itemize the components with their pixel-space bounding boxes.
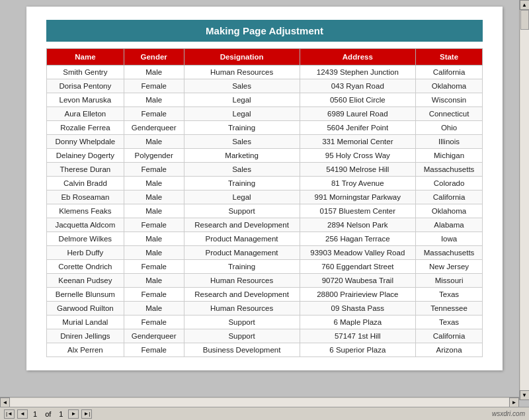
table-row: Keenan PudseyMaleHuman Resources90720 Wa… [47,274,483,288]
table-cell: 57147 1st Hill [300,329,415,343]
table-cell: Delainey Dogerty [47,149,124,163]
table-row: Dorisa PentonyFemaleSales043 Ryan RoadOk… [47,79,483,93]
table-row: Corette OndrichFemaleTraining760 Eggenda… [47,260,483,274]
table-cell: 0157 Bluestem Center [300,204,415,218]
table-cell: Male [124,93,184,107]
table-cell: 28800 Prairieview Place [300,288,415,302]
table-cell: Female [124,288,184,302]
vertical-scrollbar[interactable]: ▲ ▼ [519,0,529,400]
table-cell: 12439 Stephen Junction [300,65,415,79]
table-row: Alx PerrenFemaleBusiness Development6 Su… [47,343,483,357]
scroll-thumb-v[interactable] [520,10,529,30]
table-cell: Texas [416,315,483,329]
table-row: Aura ElletonFemaleLegal6989 Laurel RoadC… [47,107,483,121]
table-cell: Male [124,302,184,315]
page-of-label: of [45,410,51,418]
table-cell: Male [124,232,184,246]
table-cell: Business Development [184,343,300,357]
table-row: Jacquetta AldcomFemaleResearch and Devel… [47,218,483,232]
table-cell: 256 Hagan Terrace [300,232,415,246]
table-row: Herb DuffyMaleProduct Management93903 Me… [47,246,483,260]
table-cell: Klemens Feaks [47,204,124,218]
table-cell: Jacquetta Aldcom [47,218,124,232]
status-bar: |◄ ◄ 1 of 1 ► ►| wsxdri.com [0,407,529,420]
table-cell: Oklahoma [416,204,483,218]
table-cell: 09 Shasta Pass [300,302,415,315]
table-cell: Missouri [416,274,483,288]
table-cell: Male [124,190,184,204]
table-cell: 0560 Eliot Circle [300,93,415,107]
table-cell: Human Resources [184,274,300,288]
table-cell: Tennessee [416,302,483,315]
scroll-track-v [520,10,529,390]
table-cell: Female [124,79,184,93]
horizontal-scrollbar[interactable]: ◄ ► [0,397,519,407]
table-cell: Corette Ondrich [47,260,124,274]
table-cell: Male [124,135,184,149]
table-cell: Dorisa Pentony [47,79,124,93]
table-cell: Smith Gentry [47,65,124,79]
table-cell: 6 Superior Plaza [300,343,415,357]
table-cell: 6989 Laurel Road [300,107,415,121]
table-cell: Research and Development [184,218,300,232]
table-cell: New Jersey [416,260,483,274]
table-row: Donny WhelpdaleMaleSales331 Memorial Cen… [47,135,483,149]
scroll-right-button[interactable]: ► [509,398,519,407]
table-cell: Training [184,177,300,190]
table-row: Delmore WilkesMaleProduct Management256 … [47,232,483,246]
page-area: Making Page Adjustment Name Gender Desig… [0,0,529,397]
prev-page-button[interactable]: ◄ [17,409,28,419]
table-cell: Massachusetts [416,163,483,177]
table-cell: Ohio [416,121,483,135]
table-cell: Genderqueer [124,329,184,343]
table-cell: Female [124,163,184,177]
table-cell: 991 Morningstar Parkway [300,190,415,204]
table-cell: California [416,329,483,343]
table-cell: Keenan Pudsey [47,274,124,288]
table-cell: Levon Maruska [47,93,124,107]
table-cell: 043 Ryan Road [300,79,415,93]
next-page-button[interactable]: ► [68,409,79,419]
col-header-gender: Gender [124,49,184,65]
table-cell: Eb Roseaman [47,190,124,204]
table-cell: Training [184,121,300,135]
col-header-address: Address [300,49,415,65]
table-cell: Arizona [416,343,483,357]
table-cell: Female [124,107,184,121]
table-cell: Therese Duran [47,163,124,177]
table-row: Murial LandalFemaleSupport6 Maple PlazaT… [47,315,483,329]
page-title: Making Page Adjustment [46,20,483,42]
table-cell: Herb Duffy [47,246,124,260]
table-cell: Male [124,204,184,218]
table-cell: Sales [184,135,300,149]
table-cell: Alx Perren [47,343,124,357]
col-header-designation: Designation [184,49,300,65]
last-page-button[interactable]: ►| [81,409,92,419]
table-cell: 54190 Melrose Hill [300,163,415,177]
table-cell: 93903 Meadow Valley Road [300,246,415,260]
first-page-button[interactable]: |◄ [4,409,15,419]
table-cell: Massachusetts [416,246,483,260]
col-header-state: State [416,49,483,65]
table-row: Eb RoseamanMaleLegal991 Morningstar Park… [47,190,483,204]
table-cell: 6 Maple Plaza [300,315,415,329]
table-cell: Support [184,329,300,343]
scroll-down-button[interactable]: ▼ [520,390,530,400]
table-body: Smith GentryMaleHuman Resources12439 Ste… [47,65,483,357]
table-cell: Garwood Ruilton [47,302,124,315]
scroll-up-button[interactable]: ▲ [520,0,530,10]
table-cell: Legal [184,190,300,204]
document-page: Making Page Adjustment Name Gender Desig… [26,7,503,370]
table-cell: Dniren Jellings [47,329,124,343]
table-cell: Donny Whelpdale [47,135,124,149]
table-cell: 81 Troy Avenue [300,177,415,190]
table-cell: Support [184,315,300,329]
table-cell: Oklahoma [416,79,483,93]
table-cell: 760 Eggendart Street [300,260,415,274]
table-cell: Male [124,246,184,260]
table-cell: Female [124,218,184,232]
table-cell: California [416,190,483,204]
scroll-left-button[interactable]: ◄ [0,398,10,407]
table-row: Bernelle BlunsumFemaleResearch and Devel… [47,288,483,302]
table-cell: Sales [184,163,300,177]
